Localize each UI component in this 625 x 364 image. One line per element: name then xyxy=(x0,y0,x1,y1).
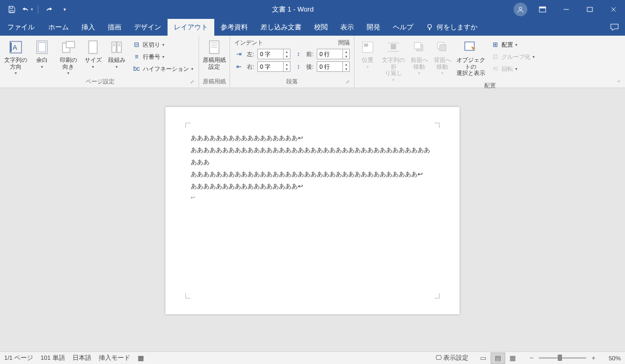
spacing-before-icon: ↕ xyxy=(294,50,303,58)
spin-up[interactable]: ▲ xyxy=(343,49,349,54)
spin-up[interactable]: ▲ xyxy=(284,49,290,54)
undo-button[interactable]: ▾ xyxy=(20,2,35,17)
align-label: 配置 xyxy=(502,41,513,49)
user-avatar[interactable] xyxy=(514,3,527,16)
qat-customize-button[interactable]: ▾ xyxy=(57,2,72,17)
document-area[interactable]: あああああああああああああああああ↩ あああああああああああああああああああああ… xyxy=(0,88,625,351)
spin-down[interactable]: ▼ xyxy=(284,67,290,71)
language[interactable]: 日本語 xyxy=(72,354,91,362)
selection-pane-label: オブジェクトの 選択と表示 xyxy=(454,57,487,77)
manuscript-label: 原稿用紙 設定 xyxy=(203,57,226,70)
redo-button[interactable] xyxy=(41,2,56,17)
close-button[interactable] xyxy=(601,0,625,19)
svg-rect-29 xyxy=(391,44,396,49)
title-bar: ▾ ▾ 文書 1 - Word xyxy=(0,0,625,19)
zoom-out-button[interactable]: − xyxy=(527,354,536,362)
save-button[interactable] xyxy=(4,2,19,17)
read-mode-button[interactable]: ▭ xyxy=(476,352,491,364)
hyphenation-icon: bc xyxy=(132,65,141,73)
columns-button[interactable]: 段組み ▾ xyxy=(105,37,128,69)
indent-right-input[interactable]: ▲▼ xyxy=(257,61,290,72)
text-direction-icon: A xyxy=(7,39,24,56)
send-backward-button: 背面へ 移動 ▾ xyxy=(431,37,453,76)
selection-pane-button[interactable]: オブジェクトの 選択と表示 xyxy=(454,37,487,77)
margins-button[interactable]: 余白 ▾ xyxy=(29,37,55,69)
dialog-launcher[interactable]: ⤢ xyxy=(189,79,195,85)
comments-button[interactable] xyxy=(604,19,625,36)
tab-references[interactable]: 参考資料 xyxy=(214,19,254,36)
size-button[interactable]: サイズ ▾ xyxy=(82,37,104,69)
indent-header: インデント xyxy=(234,39,290,47)
word-count[interactable]: 101 単語 xyxy=(40,354,65,362)
tab-insert[interactable]: 挿入 xyxy=(75,19,101,36)
dialog-launcher[interactable]: ⤢ xyxy=(345,79,351,85)
insert-mode[interactable]: 挿入モード xyxy=(99,354,130,362)
ribbon-display-options-button[interactable] xyxy=(530,0,554,19)
dropdown-arrow-icon: ▾ xyxy=(92,65,94,70)
orientation-label: 印刷の 向き xyxy=(60,57,77,70)
text-direction-label: 文字列の 方向 xyxy=(4,57,27,70)
display-settings[interactable]: 🖵 表示設定 xyxy=(435,354,468,362)
minimize-button[interactable] xyxy=(554,0,578,19)
spin-up[interactable]: ▲ xyxy=(284,62,290,67)
spacing-before-input[interactable]: ▲▼ xyxy=(317,49,350,59)
web-layout-button[interactable]: ▦ xyxy=(505,352,520,364)
breaks-button[interactable]: ⊟区切り ▾ xyxy=(129,39,196,50)
spin-down[interactable]: ▼ xyxy=(284,54,290,59)
page-count[interactable]: 1/1 ページ xyxy=(4,354,33,362)
doc-line[interactable]: ああああああああああああああああああああああああああああああああああああああああ… xyxy=(191,144,434,168)
macro-record-icon[interactable]: ▦ xyxy=(138,354,144,362)
zoom-value[interactable]: 50% xyxy=(601,355,621,361)
send-backward-icon xyxy=(434,39,451,56)
tab-mailings[interactable]: 差し込み文書 xyxy=(254,19,308,36)
line-numbers-button[interactable]: ≡行番号 ▾ xyxy=(129,51,196,62)
svg-text:A: A xyxy=(13,44,17,51)
indent-left-input[interactable]: ▲▼ xyxy=(257,49,290,59)
bring-forward-icon xyxy=(411,39,428,56)
align-button[interactable]: ⊞配置 ▾ xyxy=(488,39,538,50)
print-layout-button[interactable]: ▤ xyxy=(491,352,505,364)
tab-design[interactable]: デザイン xyxy=(128,19,168,36)
position-button: 位置 ▾ xyxy=(357,37,379,69)
zoom-slider-thumb[interactable] xyxy=(558,355,562,361)
doc-line[interactable]: あああああああああああああああああ↩ xyxy=(191,180,434,192)
tell-me-search[interactable]: 何をしますか xyxy=(420,19,484,36)
rotate-button: ⟲回転 ▾ xyxy=(488,63,538,74)
svg-rect-28 xyxy=(364,44,368,47)
hyphenation-button[interactable]: bcハイフネーション ▾ xyxy=(129,63,196,74)
manuscript-settings-button[interactable]: 原稿用紙 設定 xyxy=(201,37,227,70)
window-title: 文書 1 - Word xyxy=(72,5,514,14)
tab-review[interactable]: 校閲 xyxy=(308,19,334,36)
doc-line[interactable]: ↩ xyxy=(191,192,434,203)
doc-line[interactable]: あああああああああああああああああ↩ xyxy=(191,132,434,144)
file-tab[interactable]: ファイル xyxy=(0,19,42,36)
dropdown-arrow-icon: ▾ xyxy=(15,71,17,76)
tab-layout[interactable]: レイアウト xyxy=(168,19,214,36)
doc-line[interactable]: ああああああああああああああああああああああああああああああああああああ↩ xyxy=(191,168,434,180)
tab-view[interactable]: 表示 xyxy=(334,19,360,36)
size-icon xyxy=(85,39,101,56)
maximize-button[interactable] xyxy=(578,0,601,19)
spin-up[interactable]: ▲ xyxy=(343,62,349,67)
tab-home[interactable]: ホーム xyxy=(42,19,75,36)
display-settings-icon: 🖵 xyxy=(435,354,442,361)
rotate-label: 回転 xyxy=(502,65,513,73)
collapse-ribbon-button[interactable]: ⌃ xyxy=(617,80,621,85)
document-page[interactable]: あああああああああああああああああ↩ あああああああああああああああああああああ… xyxy=(165,107,460,314)
tab-help[interactable]: ヘルプ xyxy=(387,19,420,36)
spacing-after-input[interactable]: ▲▼ xyxy=(317,61,350,72)
orientation-button[interactable]: 印刷の 向き ▾ xyxy=(56,37,81,76)
wrap-label: 文字列の折 り返し xyxy=(380,57,407,77)
text-direction-button[interactable]: A 文字列の 方向 ▾ xyxy=(3,37,28,76)
crop-mark xyxy=(434,293,440,298)
breaks-label: 区切り xyxy=(143,41,160,49)
group-label: ページ設定 xyxy=(86,78,114,84)
zoom-in-button[interactable]: + xyxy=(589,354,598,362)
svg-rect-16 xyxy=(89,41,97,53)
tab-developer[interactable]: 開発 xyxy=(360,19,387,36)
spin-down[interactable]: ▼ xyxy=(343,67,349,71)
spacing-after-label: 後: xyxy=(306,63,314,71)
zoom-slider[interactable] xyxy=(539,357,586,359)
spin-down[interactable]: ▼ xyxy=(343,54,349,59)
tab-draw[interactable]: 描画 xyxy=(101,19,128,36)
